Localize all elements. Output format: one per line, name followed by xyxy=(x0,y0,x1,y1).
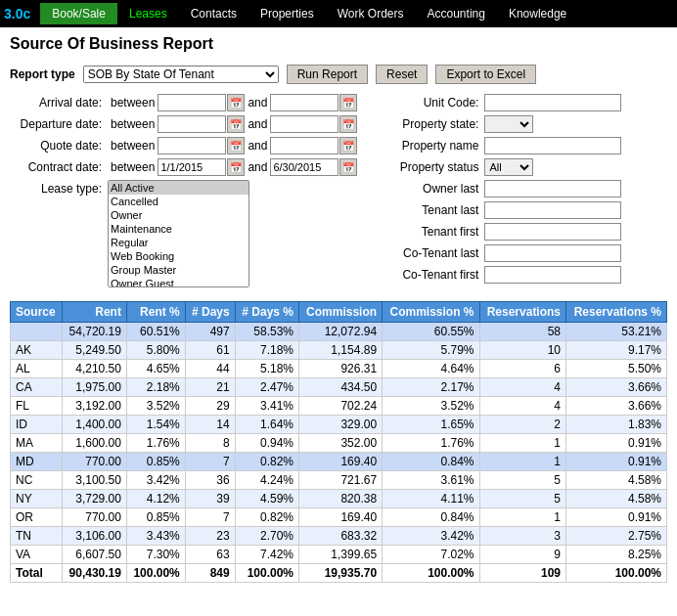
table-cell: 820.38 xyxy=(299,490,383,508)
tenant-first-input[interactable] xyxy=(484,223,621,241)
table-cell: 0.85% xyxy=(126,453,185,471)
report-type-label: Report type xyxy=(10,67,75,81)
col-source[interactable]: Source xyxy=(11,302,63,323)
col-commission[interactable]: Commission xyxy=(299,302,383,323)
table-cell: 23 xyxy=(185,527,235,546)
table-cell: 4,210.50 xyxy=(62,360,126,378)
quote-to-cal[interactable]: 📅 xyxy=(339,137,357,154)
table-cell: 5.79% xyxy=(383,341,479,360)
table-cell: MA xyxy=(11,434,63,453)
table-cell: 3.43% xyxy=(126,527,185,546)
lease-type-listbox[interactable]: All Active Cancelled Owner Maintenance R… xyxy=(108,180,249,287)
col-commission-pct[interactable]: Commission % xyxy=(383,302,479,323)
col-reservations-pct[interactable]: Reservations % xyxy=(566,302,667,323)
run-report-button[interactable]: Run Report xyxy=(287,65,368,84)
report-type-select[interactable]: SOB By State Of TenantSOB By SourceSOB S… xyxy=(83,66,279,83)
table-row: AL4,210.504.65%445.18%926.314.64%65.50% xyxy=(11,360,667,378)
arrival-to-input[interactable] xyxy=(270,94,338,111)
property-state-label: Property state: xyxy=(377,117,484,131)
cotenant-first-input[interactable] xyxy=(484,266,621,284)
table-cell: 3.61% xyxy=(383,471,479,490)
col-reservations[interactable]: Reservations xyxy=(479,302,566,323)
arrival-from-cal[interactable]: 📅 xyxy=(227,94,245,111)
table-cell: TN xyxy=(11,527,63,546)
departure-date-label: Departure date: xyxy=(10,117,108,131)
table-cell: 9.17% xyxy=(566,341,667,360)
table-cell: 21 xyxy=(185,378,235,397)
departure-to-input[interactable] xyxy=(270,115,338,133)
tenant-first-row: Tenant first xyxy=(377,223,667,241)
table-cell: 0.84% xyxy=(383,508,479,527)
table-cell: 58.53% xyxy=(235,323,298,341)
table-cell: 683.32 xyxy=(299,527,383,546)
owner-last-label: Owner last xyxy=(377,182,484,196)
table-cell: 1.65% xyxy=(383,416,479,434)
departure-to-cal[interactable]: 📅 xyxy=(339,115,357,133)
quote-to-input[interactable] xyxy=(270,137,338,154)
table-cell: 3.42% xyxy=(383,527,479,546)
contract-from-cal[interactable]: 📅 xyxy=(227,158,245,176)
tenant-last-input[interactable] xyxy=(484,201,621,219)
cotenant-first-row: Co-Tenant first xyxy=(377,266,667,284)
table-cell: 1,600.00 xyxy=(62,434,126,453)
property-name-label: Property name xyxy=(377,139,484,153)
export-button[interactable]: Export to Excel xyxy=(435,65,536,84)
nav-link-properties[interactable]: Properties xyxy=(248,3,326,24)
table-cell: 5.50% xyxy=(566,360,667,378)
table-cell: 1.83% xyxy=(566,416,667,434)
owner-last-input[interactable] xyxy=(484,180,621,198)
arrival-to-cal[interactable]: 📅 xyxy=(339,94,357,111)
lease-option-all-active: All Active xyxy=(109,181,248,195)
nav-link-contacts[interactable]: Contacts xyxy=(179,3,248,24)
table-row: AK5,249.505.80%617.18%1,154.895.79%109.1… xyxy=(11,341,667,360)
table-cell: 5,249.50 xyxy=(62,341,126,360)
property-status-select[interactable]: All Active Inactive xyxy=(484,158,533,176)
contract-from-input[interactable] xyxy=(158,158,226,176)
nav-link-leases[interactable]: Leases xyxy=(117,3,179,24)
table-cell: 0.85% xyxy=(126,508,185,527)
table-cell: 4.65% xyxy=(126,360,185,378)
table-cell: 4.59% xyxy=(235,490,298,508)
quote-date-label: Quote date: xyxy=(10,139,108,153)
cotenant-last-input[interactable] xyxy=(484,244,621,262)
col-rent[interactable]: Rent xyxy=(62,302,126,323)
table-cell: 3.42% xyxy=(126,471,185,490)
table-cell: 169.40 xyxy=(299,453,383,471)
table-footer-cell: 100.00% xyxy=(235,564,298,583)
departure-from-cal[interactable]: 📅 xyxy=(227,115,245,133)
table-cell: 2.18% xyxy=(126,378,185,397)
contract-to-cal[interactable]: 📅 xyxy=(339,158,357,176)
col-rent-pct[interactable]: Rent % xyxy=(126,302,185,323)
unit-code-input[interactable] xyxy=(484,94,621,111)
nav-link-booksale[interactable]: Book/Sale xyxy=(40,3,117,24)
departure-from-input[interactable] xyxy=(158,115,226,133)
quote-from-cal[interactable]: 📅 xyxy=(227,137,245,154)
col-days-pct[interactable]: # Days % xyxy=(235,302,298,323)
property-state-select[interactable] xyxy=(484,115,533,133)
quote-from-input[interactable] xyxy=(158,137,226,154)
owner-last-row: Owner last xyxy=(377,180,667,198)
property-state-row: Property state: xyxy=(377,115,667,133)
cotenant-last-label: Co-Tenant last xyxy=(377,246,484,260)
table-cell: 4.11% xyxy=(383,490,479,508)
table-cell: 3,100.50 xyxy=(62,471,126,490)
nav-link-workorders[interactable]: Work Orders xyxy=(326,3,416,24)
table-cell: 58 xyxy=(479,323,566,341)
table-cell: 329.00 xyxy=(299,416,383,434)
table-cell: 3 xyxy=(479,527,566,546)
table-cell: 9 xyxy=(479,546,566,564)
table-cell: 54,720.19 xyxy=(62,323,126,341)
table-cell: 1 xyxy=(479,453,566,471)
contract-to-input[interactable] xyxy=(270,158,338,176)
lease-option-web-booking: Web Booking xyxy=(109,249,248,263)
nav-link-accounting[interactable]: Accounting xyxy=(416,3,497,24)
table-cell: 7.30% xyxy=(126,546,185,564)
table-cell: 0.91% xyxy=(566,508,667,527)
table-cell: 721.67 xyxy=(299,471,383,490)
reset-button[interactable]: Reset xyxy=(376,65,428,84)
arrival-from-input[interactable] xyxy=(158,94,226,111)
nav-link-knowledge[interactable]: Knowledge xyxy=(497,3,578,24)
data-table: Source Rent Rent % # Days # Days % Commi… xyxy=(10,301,667,583)
col-days[interactable]: # Days xyxy=(185,302,235,323)
property-name-input[interactable] xyxy=(484,137,621,154)
